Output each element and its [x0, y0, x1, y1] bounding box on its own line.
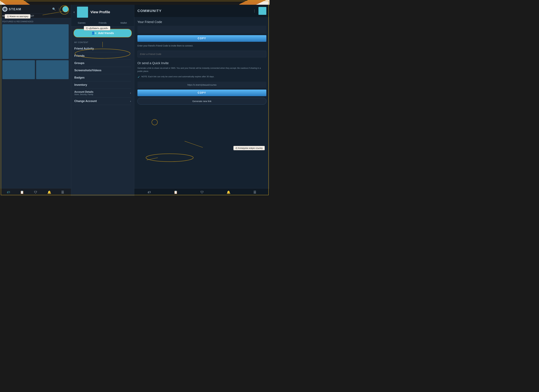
right-bottom-nav-menu[interactable]: ☰ — [253, 190, 256, 194]
content-item-account[interactable]: Account Details Store, Security, Family … — [74, 89, 131, 98]
nav-wishlist[interactable]: WISHLIST — [13, 15, 23, 17]
my-content: MY CONTENT Friend Activity Friends Group… — [71, 40, 134, 106]
copy-button-2[interactable]: COPY — [137, 90, 266, 96]
generate-link-button[interactable]: Generate new link — [137, 98, 266, 104]
middle-panel: ‹ View Profile Games Friends Wallet 👤+ A… — [71, 5, 134, 196]
right-bottom-nav: 🏷 📋 🛡 🔔 ☰ — [134, 188, 270, 196]
user-avatar — [77, 7, 88, 18]
friend-code-box — [137, 26, 266, 33]
change-account-arrow: › — [130, 100, 131, 103]
right-bottom-nav-shield[interactable]: 🛡 — [201, 190, 204, 194]
search-icon[interactable]: 🔍 — [52, 7, 56, 11]
left-panel: STEAM 🔍 ⋮ MENU ▾ WISHLIST WALLET FEATURE… — [0, 5, 71, 196]
right-bottom-nav-store[interactable]: 🏷 — [148, 190, 151, 194]
nav-wallet[interactable]: WALLET — [26, 15, 34, 17]
bottom-nav-notifications[interactable]: 🔔 — [47, 190, 51, 194]
add-friends-icon: 👤+ — [91, 31, 96, 35]
bottom-nav-community[interactable]: 🛡 — [34, 190, 37, 194]
featured-item-1 — [2, 60, 35, 79]
community-avatar — [259, 7, 266, 15]
right-header: COMMUNITY ⋮ — [134, 5, 270, 17]
right-bottom-nav-library[interactable]: 📋 — [174, 190, 178, 194]
quick-invite-title: Or send a Quick Invite — [137, 61, 266, 65]
content-item-groups[interactable]: Groups — [74, 60, 131, 67]
left-content: FEATURED & RECOMMENDED — [0, 18, 71, 188]
nav-bar: MENU ▾ WISHLIST WALLET — [0, 14, 71, 18]
nav-menu[interactable]: MENU ▾ — [2, 15, 10, 17]
bottom-nav: 🏷 📋 🛡 🔔 ☰ — [0, 188, 71, 196]
friend-code-input[interactable] — [137, 51, 266, 57]
tab-friends[interactable]: Friends — [92, 19, 113, 26]
check-icon: ✓ — [137, 75, 140, 79]
content-item-badges[interactable]: Badges — [74, 74, 131, 81]
tab-wallet[interactable]: Wallet — [113, 19, 134, 26]
quick-invite-desc: Generate a link to share via email or SM… — [137, 66, 266, 73]
invite-description: Enter your friend's Friend Code to invit… — [137, 44, 266, 47]
profile-header: ‹ View Profile — [71, 5, 134, 19]
content-item-change-account[interactable]: Change Account › — [74, 98, 131, 105]
content-item-friends[interactable]: Friends — [74, 52, 131, 60]
bottom-nav-library[interactable]: 📋 — [20, 190, 24, 194]
account-arrow: › — [130, 92, 131, 94]
content-item-inventory[interactable]: Inventory — [74, 81, 131, 89]
header-icons: 🔍 ⋮ — [52, 6, 69, 12]
content-item-screenshots[interactable]: Screenshots/Videos — [74, 67, 131, 74]
featured-item-2 — [36, 60, 69, 79]
right-panel: COMMUNITY ⋮ Your Friend Code COPY Enter … — [134, 5, 270, 196]
tab-games[interactable]: Games — [71, 19, 92, 26]
content-item-activity[interactable]: Friend Activity — [74, 45, 131, 52]
steam-header: STEAM 🔍 ⋮ — [0, 5, 71, 14]
steam-title: STEAM — [9, 7, 21, 11]
right-header-actions: ⋮ — [253, 7, 266, 15]
avatar[interactable] — [62, 6, 69, 12]
my-content-label: MY CONTENT — [74, 41, 131, 43]
community-title: COMMUNITY — [137, 9, 162, 13]
back-button[interactable]: ‹ — [73, 10, 75, 14]
bottom-nav-menu[interactable]: ☰ — [61, 190, 64, 194]
note-text: NOTE: Each link can only be used once an… — [141, 75, 214, 78]
view-profile-button[interactable]: View Profile — [90, 10, 110, 14]
right-bottom-nav-bell[interactable]: 🔔 — [226, 190, 231, 194]
community-more-icon[interactable]: ⋮ — [253, 9, 256, 13]
steam-logo-icon — [2, 7, 7, 12]
profile-tabs: Games Friends Wallet — [71, 19, 134, 27]
featured-item-large — [2, 24, 69, 59]
friend-code-title: Your Friend Code — [137, 20, 266, 24]
featured-label: FEATURED & RECOMMENDED — [2, 20, 69, 23]
add-friends-button[interactable]: 👤+ Add friends — [73, 29, 132, 37]
right-content: Your Friend Code COPY Enter your friend'… — [134, 17, 270, 188]
steam-logo: STEAM — [2, 7, 21, 12]
bottom-nav-store[interactable]: 🏷 — [7, 190, 10, 194]
more-icon[interactable]: ⋮ — [58, 7, 60, 11]
copy-button-1[interactable]: COPY — [137, 35, 266, 42]
featured-grid — [2, 24, 69, 79]
invite-link-box: https://s.team/p/ваша/ссылка — [137, 82, 266, 88]
add-friends-section: 👤+ Add friends — [71, 27, 134, 40]
